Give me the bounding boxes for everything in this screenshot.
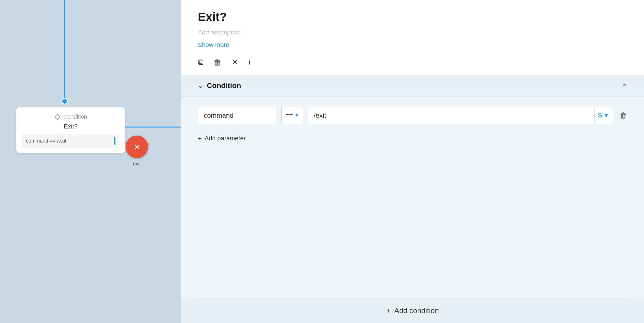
type-label: S — [598, 112, 602, 119]
vertical-connector-line — [64, 0, 65, 99]
panel-title: Exit? — [198, 10, 627, 24]
condition-node-type-label: Condition — [63, 114, 87, 120]
close-icon[interactable]: ✕ — [232, 58, 238, 67]
exit-node[interactable]: ✕ exit — [126, 136, 148, 167]
exit-x-icon: ✕ — [134, 142, 140, 152]
condition-body: == ▼ S ▼ 🗑 + Add parameter — [181, 97, 644, 298]
show-more-link[interactable]: Show more — [198, 41, 229, 49]
condition-node-title: Exit? — [22, 123, 119, 130]
condition-delete-icon[interactable]: 🗑 — [620, 111, 627, 120]
condition-card-header: Condition — [22, 114, 119, 120]
condition-expression-text: command == /exit — [26, 138, 111, 144]
copy-icon[interactable]: ⧉ — [198, 58, 203, 67]
condition-section-header: ⌄ Condition ≡ — [181, 75, 644, 97]
add-condition-button[interactable]: + Add condition — [181, 298, 644, 323]
condition-node-card: Condition Exit? command == /exit — [16, 107, 125, 153]
add-condition-plus-icon: + — [386, 306, 390, 315]
value-input-wrapper: S ▼ — [308, 107, 613, 124]
canvas-panel: Condition Exit? command == /exit ✕ exit — [0, 0, 181, 323]
panel-description-placeholder[interactable]: Add description — [198, 29, 627, 36]
value-input[interactable] — [308, 107, 594, 124]
condition-bar-indicator — [114, 137, 115, 145]
condition-section-title: Condition — [207, 81, 241, 90]
menu-dots-icon[interactable]: ≡ — [623, 82, 627, 90]
diamond-icon — [54, 114, 60, 120]
condition-row: == ▼ S ▼ 🗑 — [198, 107, 627, 124]
add-parameter-plus-icon: + — [198, 134, 202, 142]
add-parameter-button[interactable]: + Add parameter — [198, 132, 627, 145]
condition-expression: command == /exit — [22, 134, 119, 148]
right-panel: Exit? Add description Show more ⧉ 🗑 ✕ i … — [181, 0, 644, 323]
exit-node-label: exit — [133, 161, 141, 167]
operator-select[interactable]: == ▼ — [281, 107, 303, 124]
info-icon[interactable]: i — [248, 58, 251, 67]
operator-label: == — [286, 112, 293, 119]
condition-field-input[interactable] — [198, 107, 277, 124]
condition-section: ⌄ Condition ≡ == ▼ S ▼ — [181, 75, 644, 323]
delete-icon[interactable]: 🗑 — [214, 58, 222, 67]
panel-header: Exit? Add description Show more ⧉ 🗑 ✕ i — [181, 0, 644, 75]
toolbar: ⧉ 🗑 ✕ i — [198, 58, 627, 67]
chevron-down-icon[interactable]: ⌄ — [198, 82, 203, 90]
connector-dot — [62, 98, 68, 104]
type-dropdown-arrow: ▼ — [603, 112, 609, 119]
add-parameter-label: Add parameter — [205, 135, 246, 142]
connector-svg — [0, 0, 181, 323]
type-select[interactable]: S ▼ — [594, 107, 613, 124]
condition-section-left: ⌄ Condition — [198, 81, 241, 90]
exit-circle[interactable]: ✕ — [126, 136, 148, 158]
operator-dropdown-arrow: ▼ — [295, 113, 299, 118]
add-condition-label: Add condition — [394, 306, 439, 315]
